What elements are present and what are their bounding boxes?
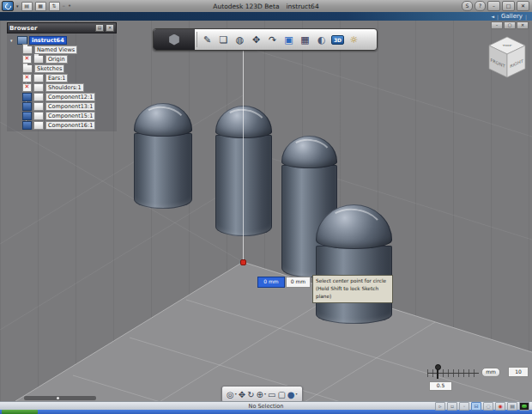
capsule-body	[215, 135, 272, 236]
orbit-constraint-icon[interactable]: ◌	[483, 402, 493, 411]
status-led-icon[interactable]	[519, 402, 529, 411]
capsule-solid-2[interactable]	[215, 106, 272, 236]
dropdown-caret-icon[interactable]: ▾	[235, 393, 237, 396]
dropdown-caret-icon[interactable]: ▾	[264, 393, 266, 396]
browser-item-label[interactable]: Component15:1	[45, 112, 95, 120]
browser-item-label[interactable]: Component16:1	[45, 121, 95, 130]
hidden-indicator-icon[interactable]: ✕	[22, 74, 32, 82]
help-button[interactable]: ?	[475, 1, 486, 11]
browser-item-component12-1[interactable]: Component12:1	[7, 92, 117, 101]
maximize-button[interactable]: □	[502, 1, 515, 11]
gallery-button[interactable]: ◄ | Gallery |	[491, 13, 532, 20]
doc-minimize-button[interactable]: –	[491, 21, 503, 29]
browser-item-sketches[interactable]: Sketches	[7, 64, 117, 73]
capsule-solid-4[interactable]	[316, 204, 392, 324]
part-icon	[33, 93, 44, 101]
sculpt-tool-button[interactable]: ◍	[232, 32, 248, 47]
browser-item-label[interactable]: Named Views	[34, 46, 77, 54]
browser-item-component13-1[interactable]: Component13:1	[7, 101, 117, 111]
orbit-nav-button[interactable]: ↻	[247, 390, 254, 399]
zoom-nav-button[interactable]: ⊕▾	[257, 390, 266, 399]
browser-item-shoulders-1[interactable]: ✕Shoulders:1	[7, 82, 117, 92]
print-3d-tool-button[interactable]: 3D	[329, 32, 346, 47]
viewcube-top-label[interactable]: TOP	[501, 45, 512, 47]
hidden-indicator-icon[interactable]: ✕	[22, 83, 32, 92]
units-button[interactable]: mm	[481, 368, 500, 377]
browser-item-label[interactable]: Ears:1	[45, 74, 68, 82]
browser-item-label[interactable]: Sketches	[34, 64, 64, 73]
browser-header[interactable]: Browser ▤ ✕	[7, 22, 117, 33]
visible-indicator-icon[interactable]	[22, 112, 32, 120]
doc-close-button[interactable]: ✕	[517, 21, 529, 29]
close-button[interactable]: ✕	[517, 1, 529, 11]
pan-nav-button[interactable]: ✥	[239, 390, 245, 399]
sketch-tool-button[interactable]: ✎	[199, 32, 215, 47]
shading-nav-button[interactable]: ●▾	[287, 390, 298, 399]
qat-dot-icon: •	[68, 3, 71, 9]
snap-toggle-icon[interactable]: ◉	[495, 402, 505, 411]
browser-item-component16-1[interactable]: Component16:1	[7, 120, 117, 130]
browser-item-label[interactable]: instruct64	[29, 36, 67, 45]
qat-extra-icon: –	[63, 3, 66, 9]
dropdown-caret-icon[interactable]: ▾	[296, 393, 298, 396]
combine-tool-button[interactable]: ▣	[281, 32, 297, 47]
qat-dropdown-icon[interactable]: ▾	[16, 4, 19, 9]
app-menu-button[interactable]	[154, 29, 195, 50]
browser-menu-icon[interactable]: ▤	[95, 24, 104, 32]
folder-icon	[33, 55, 44, 64]
main-toolbar: ✎❏◍✥↷▣▦◐3D☼	[153, 28, 378, 51]
sketch-x-input[interactable]: 0 mm	[257, 277, 285, 288]
capsule-solid-1[interactable]	[134, 103, 192, 209]
browser-item-label[interactable]: Component12:1	[45, 93, 95, 101]
minimize-button[interactable]: –	[487, 1, 500, 11]
part-icon	[33, 102, 44, 111]
browser-item-label[interactable]: Origin	[45, 55, 68, 64]
snap-value[interactable]: 0.5	[429, 381, 452, 391]
panel-grip[interactable]	[24, 396, 96, 400]
grid-size-input[interactable]: 10	[508, 367, 529, 377]
transform-tool-button[interactable]: ✥	[248, 32, 264, 47]
split-view-icon[interactable]: ⊟	[471, 402, 481, 411]
app-logo-icon[interactable]	[2, 1, 14, 11]
navigation-bar: ◎▾✥↻⊕▾▭▢●▾	[221, 386, 303, 401]
primitives-tool-button[interactable]: ❏	[215, 32, 232, 47]
folder-icon	[22, 64, 33, 73]
toolbar-separator	[196, 32, 197, 47]
selection-filter-icon[interactable]: ▹	[435, 402, 445, 411]
back-arrow-icon[interactable]: ◄	[491, 14, 494, 19]
sketch-origin-point[interactable]	[240, 259, 246, 265]
view-cube[interactable]: TOP FRONT RIGHT	[486, 34, 529, 82]
lock-toggle-icon[interactable]: ◦	[459, 402, 469, 411]
sketch-tooltip: Select center point for circle (Hold Shi…	[312, 275, 393, 303]
browser-close-icon[interactable]: ✕	[106, 24, 114, 32]
screens-icon[interactable]: ⇅	[49, 2, 60, 11]
expander-icon[interactable]: ▾	[10, 38, 15, 43]
browser-item-named-views[interactable]: Named Views	[7, 45, 117, 54]
orbit-mode-nav-button[interactable]: ◎▾	[227, 390, 237, 399]
box-display-icon[interactable]: ▫	[447, 402, 457, 411]
visible-indicator-icon[interactable]	[22, 121, 32, 130]
grid-snap-widget: 0.5 mm 10	[427, 365, 529, 391]
grid-toggle-icon[interactable]: ▤	[507, 402, 517, 411]
open-icon[interactable]: ▤	[21, 2, 33, 11]
browser-item-component15-1[interactable]: Component15:1	[7, 111, 117, 120]
browser-item-ears-1[interactable]: ✕Ears:1	[7, 73, 117, 82]
capsule-body	[134, 133, 192, 209]
sketch-y-input[interactable]: 0 mm	[286, 277, 311, 288]
snap-tool-button[interactable]: ↷	[264, 32, 281, 47]
save-icon[interactable]: ▦	[35, 2, 46, 11]
look-at-nav-button[interactable]: ▢	[277, 390, 285, 399]
sync-button[interactable]: S	[462, 1, 473, 11]
fit-nav-button[interactable]: ▭	[268, 390, 275, 399]
visible-indicator-icon[interactable]	[22, 93, 32, 101]
browser-item-label[interactable]: Component13:1	[45, 102, 95, 111]
taskbar-app-indicator[interactable]	[2, 410, 38, 414]
browser-item-label[interactable]: Shoulders:1	[45, 83, 84, 92]
viewport-3d[interactable]: Browser ▤ ✕ ▾instruct64Named Views✕Origi…	[0, 21, 532, 401]
doc-restore-button[interactable]: ▢	[504, 21, 516, 29]
materials-tool-button[interactable]: ◐	[313, 32, 329, 47]
snap-slider-handle[interactable]	[437, 368, 438, 379]
visible-indicator-icon[interactable]	[22, 102, 32, 111]
render-tool-button[interactable]: ☼	[346, 32, 362, 47]
pattern-tool-button[interactable]: ▦	[297, 32, 313, 47]
